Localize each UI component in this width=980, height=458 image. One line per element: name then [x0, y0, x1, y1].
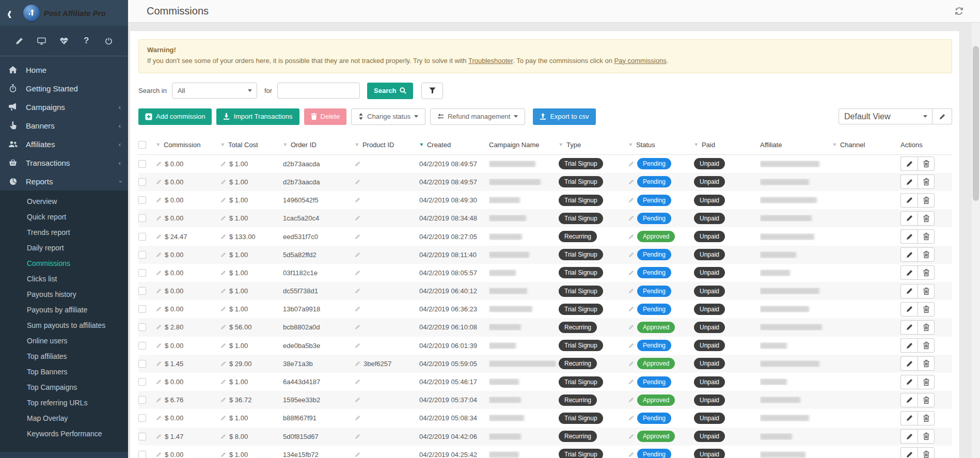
troubleshooter-link[interactable]: Troubleshooter [468, 57, 513, 65]
inline-edit-pencil-icon[interactable] [628, 234, 634, 240]
row-checkbox[interactable] [138, 396, 146, 404]
inline-edit-pencil-icon[interactable] [628, 161, 634, 167]
inline-edit-pencil-icon[interactable] [355, 215, 360, 221]
edit-row-button[interactable] [900, 175, 918, 189]
edit-row-button[interactable] [900, 320, 918, 335]
edit-row-button[interactable] [900, 193, 918, 208]
inline-edit-pencil-icon[interactable] [628, 179, 634, 185]
monitor-icon[interactable] [36, 35, 48, 47]
inline-edit-pencil-icon[interactable] [355, 161, 360, 167]
inline-edit-pencil-icon[interactable] [156, 179, 162, 185]
sidebar-item-banners[interactable]: Banners‹ [0, 116, 128, 135]
add-commission-button[interactable]: Add commission [138, 108, 212, 125]
change-status-dropdown[interactable]: Change status [351, 108, 425, 125]
search-field-select[interactable]: All [172, 83, 257, 99]
inline-edit-pencil-icon[interactable] [220, 252, 226, 258]
import-transactions-button[interactable]: Import Transactions [216, 108, 299, 125]
sidebar-item-reports[interactable]: Reports‹ [0, 172, 128, 191]
export-to-csv-button[interactable]: Export to csv [533, 108, 595, 125]
inline-edit-pencil-icon[interactable] [628, 252, 634, 258]
inline-edit-pencil-icon[interactable] [220, 379, 226, 385]
delete-row-button[interactable] [918, 429, 935, 444]
row-checkbox[interactable] [138, 378, 146, 386]
sidebar-subitem-clicks-list[interactable]: Clicks list [0, 271, 128, 287]
collapse-sidebar-icon[interactable]: ‹ [7, 4, 12, 22]
edit-row-button[interactable] [900, 302, 918, 317]
inline-edit-pencil-icon[interactable] [156, 361, 162, 367]
sidebar-subitem-overview[interactable]: Overview [0, 194, 128, 209]
sort-caret-icon[interactable]: ▼ [354, 142, 360, 147]
delete-row-button[interactable] [918, 393, 935, 407]
refresh-icon[interactable] [954, 6, 965, 17]
inline-edit-pencil-icon[interactable] [628, 361, 634, 367]
row-checkbox[interactable] [138, 414, 146, 422]
sort-caret-icon[interactable]: ▼ [628, 142, 634, 147]
inline-edit-pencil-icon[interactable] [355, 415, 360, 421]
inline-edit-pencil-icon[interactable] [355, 270, 360, 276]
sidebar-subitem-map-overlay[interactable]: Map Overlay [0, 410, 128, 426]
inline-edit-pencil-icon[interactable] [156, 397, 162, 403]
sort-caret-icon[interactable]: ▼ [220, 142, 226, 147]
delete-row-button[interactable] [918, 320, 935, 335]
inline-edit-pencil-icon[interactable] [220, 343, 226, 349]
sidebar-item-campaigns[interactable]: Campaigns‹ [0, 98, 128, 116]
delete-row-button[interactable] [918, 302, 935, 317]
edit-row-button[interactable] [900, 211, 918, 226]
sort-caret-icon[interactable]: ▼ [693, 142, 699, 147]
pencil-icon[interactable] [13, 35, 26, 47]
inline-edit-pencil-icon[interactable] [220, 179, 226, 185]
heartbeat-icon[interactable] [58, 35, 70, 47]
sidebar-subitem-trends-report[interactable]: Trends report [0, 225, 128, 240]
sidebar-subitem-top-campaigns[interactable]: Top Campaigns [0, 380, 128, 395]
edit-row-button[interactable] [900, 356, 918, 371]
delete-row-button[interactable] [918, 284, 935, 298]
delete-row-button[interactable] [918, 375, 935, 389]
sidebar-subitem-quick-report[interactable]: Quick report [0, 209, 128, 225]
inline-edit-pencil-icon[interactable] [355, 306, 360, 312]
inline-edit-pencil-icon[interactable] [220, 215, 226, 221]
inline-edit-pencil-icon[interactable] [156, 215, 162, 221]
sidebar-subitem-top-affiliates[interactable]: Top affiliates [0, 349, 128, 364]
sidebar-subitem-payouts-history[interactable]: Payouts history [0, 287, 128, 302]
inline-edit-pencil-icon[interactable] [628, 215, 634, 221]
inline-edit-pencil-icon[interactable] [156, 288, 162, 294]
column-header-created[interactable]: ▼Created [419, 141, 489, 149]
select-all-checkbox[interactable] [138, 141, 146, 149]
delete-row-button[interactable] [918, 229, 935, 244]
row-checkbox[interactable] [138, 287, 146, 295]
delete-row-button[interactable] [918, 356, 935, 371]
search-button[interactable]: Search [367, 83, 413, 99]
inline-edit-pencil-icon[interactable] [156, 452, 162, 457]
inline-edit-pencil-icon[interactable] [156, 434, 162, 439]
inline-edit-pencil-icon[interactable] [220, 288, 226, 294]
inline-edit-pencil-icon[interactable] [156, 234, 162, 240]
column-header-type[interactable]: ▼Type [559, 141, 628, 149]
sidebar-subitem-daily-report[interactable]: Daily report [0, 240, 128, 256]
edit-row-button[interactable] [900, 411, 918, 425]
inline-edit-pencil-icon[interactable] [220, 434, 226, 439]
row-checkbox[interactable] [138, 269, 146, 277]
sort-caret-icon[interactable]: ▼ [558, 142, 564, 147]
column-header-channel[interactable]: ▼Channel [832, 141, 900, 149]
inline-edit-pencil-icon[interactable] [355, 434, 360, 439]
column-header-actions[interactable]: Actions [900, 141, 952, 149]
sidebar-subitem-sum-payouts-to-affiliates[interactable]: Sum payouts to affiliates [0, 318, 128, 333]
edit-view-button[interactable] [932, 108, 952, 124]
delete-row-button[interactable] [918, 338, 935, 353]
column-header-order-id[interactable]: ▼Order ID [283, 141, 355, 149]
column-header-affiliate[interactable]: Affiliate [760, 141, 832, 149]
row-checkbox[interactable] [138, 196, 146, 204]
inline-edit-pencil-icon[interactable] [156, 324, 162, 330]
column-header-paid[interactable]: ▼Paid [694, 141, 760, 149]
column-header-status[interactable]: ▼Status [628, 141, 694, 149]
inline-edit-pencil-icon[interactable] [628, 379, 634, 385]
row-checkbox[interactable] [138, 178, 146, 186]
inline-edit-pencil-icon[interactable] [156, 343, 162, 349]
inline-edit-pencil-icon[interactable] [156, 161, 162, 167]
inline-edit-pencil-icon[interactable] [220, 306, 226, 312]
sidebar-item-affiliates[interactable]: Affiliates‹ [0, 135, 128, 153]
delete-row-button[interactable] [918, 211, 935, 226]
sidebar-subitem-commissions[interactable]: Commissions [0, 256, 128, 271]
sidebar-subitem-top-banners[interactable]: Top Banners [0, 364, 128, 380]
sidebar-subitem-keywords-performance[interactable]: Keywords Performance [0, 426, 128, 441]
